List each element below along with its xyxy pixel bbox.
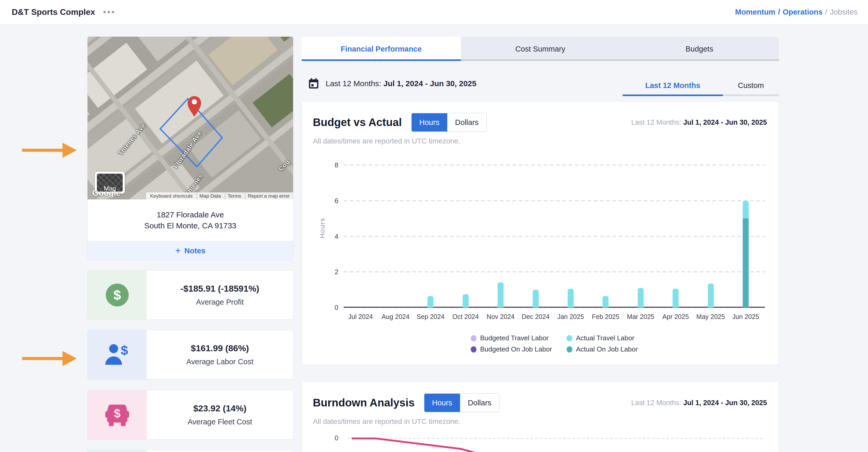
bar-segment [602,296,609,308]
stat-card-average-fleet-cost: $ $23.92 (14%) Average Fleet Cost [87,390,293,440]
legend-label: Budgeted Travel Labor [480,334,549,342]
period-value: Jul 1, 2024 - Jun 30, 2025 [683,399,767,407]
google-logo: Google [92,189,121,198]
x-tick-label: Mar 2025 [622,313,659,321]
tab-financial-performance[interactable]: Financial Performance [302,37,461,61]
burndown-line [352,439,498,452]
legend-item: Budgeted On Job Labor [471,345,552,353]
map-footer-link[interactable]: Map Data [197,193,223,199]
stat-icon-area: $ [88,330,147,379]
plus-icon: + [175,246,181,255]
stat-label: Average Profit [196,298,244,306]
y-tick-label: 6 [324,197,338,205]
stat-value: $161.99 (86%) [191,343,249,353]
stat-card-partial [87,450,293,452]
breadcrumb-separator: / [825,8,827,17]
stat-icon-area: $ [88,270,147,320]
chart-period: Last 12 Months: Jul 1, 2024 - Jun 30, 20… [631,399,767,407]
x-tick-label: Nov 2024 [483,313,519,321]
legend-item: Budgeted Travel Labor [471,334,552,342]
bar-segment [673,289,679,308]
stat-icon-area [88,450,147,452]
date-range-display: Last 12 Months: Jul 1, 2024 - Jun 30, 20… [308,78,476,89]
breadcrumb-link-momentum[interactable]: Momentum [735,8,776,17]
breadcrumb: Momentum / Operations / Jobsites [735,8,858,17]
stat-card-average-profit: $ -$185.91 (-18591%) Average Profit [87,270,293,320]
period-label: Last 12 Months: [631,119,681,126]
x-tick-label: Aug 2024 [377,313,414,321]
x-tick-label: Dec 2024 [517,313,554,321]
bar-segment [743,219,749,308]
map-footer-link[interactable]: Report a map error [245,193,292,199]
hours-dollars-toggle: Hours Dollars [424,393,500,412]
hours-toggle-button[interactable]: Hours [424,394,460,412]
tab-cost-summary[interactable]: Cost Summary [461,37,620,61]
x-tick-label: Feb 2025 [587,313,624,321]
bar-segment [428,296,433,308]
breadcrumb-current-jobsites: Jobsites [830,8,858,17]
range-tabs: Last 12 Months Custom [623,75,779,96]
gridline [344,271,765,272]
x-tick-label: Jun 2025 [727,313,764,321]
x-tick-label: Jul 2024 [342,313,379,321]
map-footer: Keyboard shortcuts Map Data Terms Report… [146,192,293,199]
stat-label: Average Fleet Cost [188,418,252,426]
chart-title: Budget vs Actual [313,116,402,129]
dollar-circle-icon: $ [103,281,131,309]
period-value: Jul 1, 2024 - Jun 30, 2025 [683,119,767,126]
legend-label: Actual Travel Labor [576,334,634,342]
x-axis-line [344,307,765,308]
y-axis-ticks: 02468 [324,165,338,308]
address-line-2: South El Monte, CA 91733 [144,221,237,230]
jobsite-address: 1827 Floradale Ave South El Monte, CA 91… [88,199,293,241]
burndown-chart [347,434,767,452]
annotation-arrow-icon [22,350,78,367]
notes-label: Notes [184,247,206,255]
main-tabs: Financial Performance Cost Summary Budge… [302,37,779,61]
range-tab-custom[interactable]: Custom [723,75,779,96]
svg-text:$: $ [113,287,121,302]
dollars-toggle-button[interactable]: Dollars [460,394,499,412]
legend-label: Budgeted On Job Labor [480,345,552,353]
bar-segment [463,294,469,308]
legend-item: Actual Travel Labor [567,334,638,342]
legend-dot-icon [567,335,572,341]
y-tick-label: 0 [324,303,338,312]
hours-dollars-toggle: Hours Dollars [411,113,487,132]
person-dollar-icon: $ [103,340,131,369]
x-axis-ticks: Jul 2024Aug 2024Sep 2024Oct 2024Nov 2024… [344,313,765,323]
calendar-icon [308,78,319,89]
stat-card-average-labor-cost: $ $161.99 (86%) Average Labor Cost [87,330,293,379]
y-tick-label: 4 [324,232,338,241]
bar-segment [708,284,714,308]
y-tick-label: 2 [324,268,338,276]
tab-budgets[interactable]: Budgets [620,37,779,61]
more-options-icon[interactable] [103,11,114,13]
x-tick-label: Jan 2025 [552,313,589,321]
jobsite-card: Thienes Ave Floradale Ave Thienes Cog Ma… [87,36,293,260]
map-footer-link[interactable]: Keyboard shortcuts [148,193,195,199]
legend-label: Actual On Job Labor [576,345,638,353]
breadcrumb-link-operations[interactable]: Operations [782,8,823,17]
x-tick-label: May 2025 [692,313,729,321]
dollars-toggle-button[interactable]: Dollars [447,113,486,131]
bar-segment [568,289,574,308]
satellite-map[interactable]: Thienes Ave Floradale Ave Thienes Cog Ma… [88,37,293,199]
budget-vs-actual-chart [344,165,765,308]
map-footer-link[interactable]: Terms [225,193,244,199]
legend-dot-icon [471,335,476,341]
burndown-analysis-card: Burndown Analysis Hours Dollars Last 12 … [302,382,779,452]
x-tick-label: Apr 2025 [657,313,694,321]
vehicle-dollar-icon: $ [103,400,131,429]
range-tab-last-12-months[interactable]: Last 12 Months [623,75,723,96]
annotation-arrow-icon [22,142,78,159]
stat-value: -$185.91 (-18591%) [181,284,259,294]
date-range-value: Jul 1, 2024 - Jun 30, 2025 [383,79,476,88]
add-notes-button[interactable]: + Notes [88,241,293,260]
breadcrumb-separator: / [778,8,780,17]
timezone-note: All dates/times are reported in UTC time… [302,412,779,426]
top-bar: D&T Sports Complex Momentum / Operations… [0,0,868,25]
hours-toggle-button[interactable]: Hours [412,113,447,131]
chart-period: Last 12 Months: Jul 1, 2024 - Jun 30, 20… [631,119,767,127]
svg-text:$: $ [114,407,121,420]
